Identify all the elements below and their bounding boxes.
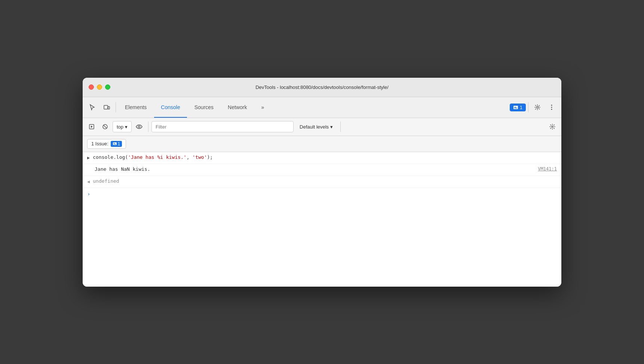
context-label: top xyxy=(117,124,123,130)
device-toggle-button[interactable] xyxy=(100,101,113,114)
run-snippet-button[interactable] xyxy=(86,121,98,133)
return-value: undefined xyxy=(93,178,119,184)
issues-badge-icon xyxy=(513,105,518,110)
console-prompt-line[interactable]: › xyxy=(83,188,561,200)
log-levels-label: Default levels xyxy=(300,124,329,130)
minimize-button[interactable] xyxy=(97,84,102,90)
code-arg1: 'Jane has %i kiwis.' xyxy=(128,154,187,160)
tab-network[interactable]: Network xyxy=(221,97,254,118)
eye-icon xyxy=(136,124,142,129)
return-arrow-icon: ◀ xyxy=(87,179,90,184)
console-input-code: console.log('Jane has %i kiwis.', 'two')… xyxy=(93,154,557,160)
issues-badge[interactable]: 1 xyxy=(510,104,526,111)
context-selector[interactable]: top ▾ xyxy=(113,121,132,132)
vm-link[interactable]: VM141:1 xyxy=(538,166,557,172)
issues-label: 1 Issue: xyxy=(91,141,108,146)
settings-button[interactable] xyxy=(531,101,544,114)
select-element-button[interactable] xyxy=(86,101,99,114)
devtools-window: DevTools - localhost:8080/docs/devtools/… xyxy=(83,78,561,287)
issues-pill[interactable]: 1 Issue: 1 xyxy=(87,139,126,149)
maximize-button[interactable] xyxy=(105,84,110,90)
console-divider-1 xyxy=(148,121,148,132)
console-line-3: ◀ undefined xyxy=(83,176,561,188)
console-line-2: Jane has NaN kiwis. VM141:1 xyxy=(83,164,561,176)
tab-sources[interactable]: Sources xyxy=(188,97,220,118)
tab-console-label: Console xyxy=(161,104,180,110)
tab-sources-label: Sources xyxy=(194,104,214,110)
more-options-button[interactable] xyxy=(545,101,558,114)
svg-rect-3 xyxy=(514,107,516,108)
log-levels-dropdown[interactable]: Default levels ▾ xyxy=(295,121,337,132)
svg-point-6 xyxy=(551,105,552,106)
svg-point-14 xyxy=(552,126,553,127)
svg-rect-0 xyxy=(104,105,108,109)
tab-elements[interactable]: Elements xyxy=(118,97,153,118)
console-toolbar: top ▾ Default levels ▾ xyxy=(83,118,561,136)
console-output: ▶ console.log('Jane has %i kiwis.', 'two… xyxy=(83,152,561,287)
window-title: DevTools - localhost:8080/docs/devtools/… xyxy=(255,84,389,90)
toolbar-divider-2 xyxy=(528,102,528,112)
toolbar-divider-1 xyxy=(116,102,116,112)
issue-chat-icon xyxy=(113,142,117,146)
svg-point-8 xyxy=(551,109,552,110)
tab-more[interactable]: » xyxy=(254,97,271,118)
play-icon xyxy=(89,124,95,130)
dropdown-arrow-icon: ▾ xyxy=(125,124,128,130)
console-line-1: ▶ console.log('Jane has %i kiwis.', 'two… xyxy=(83,152,561,164)
clear-console-button[interactable] xyxy=(99,121,111,133)
svg-point-5 xyxy=(537,107,539,108)
title-bar: DevTools - localhost:8080/docs/devtools/… xyxy=(83,78,561,97)
expand-arrow-icon[interactable]: ▶ xyxy=(87,155,90,160)
tab-console[interactable]: Console xyxy=(154,97,187,118)
settings-gear-icon xyxy=(549,124,555,130)
code-comma: , xyxy=(187,154,193,160)
live-expressions-button[interactable] xyxy=(133,121,145,133)
tab-elements-label: Elements xyxy=(125,104,147,110)
issue-badge: 1 xyxy=(111,141,122,147)
block-icon xyxy=(102,124,108,130)
tab-network-label: Network xyxy=(228,104,247,110)
console-divider-2 xyxy=(340,121,341,132)
svg-rect-16 xyxy=(113,143,115,144)
svg-rect-1 xyxy=(108,107,110,109)
svg-line-12 xyxy=(104,125,107,129)
log-levels-arrow-icon: ▾ xyxy=(330,124,333,130)
filter-input[interactable] xyxy=(151,121,294,132)
code-close: ); xyxy=(207,154,213,160)
gear-icon xyxy=(534,104,541,111)
cursor-icon xyxy=(89,104,96,111)
svg-marker-10 xyxy=(91,126,93,128)
svg-rect-4 xyxy=(514,108,517,109)
console-settings-button[interactable] xyxy=(546,121,558,133)
issues-count-pill: 1 xyxy=(118,141,120,146)
issues-count: 1 xyxy=(520,105,522,110)
close-button[interactable] xyxy=(89,84,94,90)
issues-bar: 1 Issue: 1 xyxy=(83,136,561,152)
device-icon xyxy=(103,104,110,111)
traffic-lights xyxy=(89,84,110,90)
code-fn: console.log( xyxy=(93,154,128,160)
console-output-text: Jane has NaN kiwis. xyxy=(95,166,538,172)
prompt-icon: › xyxy=(87,191,90,197)
svg-point-7 xyxy=(551,107,552,108)
svg-rect-17 xyxy=(113,144,116,144)
more-tools-label: » xyxy=(261,104,264,110)
svg-rect-15 xyxy=(113,142,117,145)
svg-point-13 xyxy=(138,126,140,128)
kebab-icon xyxy=(548,104,555,111)
code-arg2: 'two' xyxy=(192,154,207,160)
main-toolbar: Elements Console Sources Network » 1 xyxy=(83,97,561,118)
